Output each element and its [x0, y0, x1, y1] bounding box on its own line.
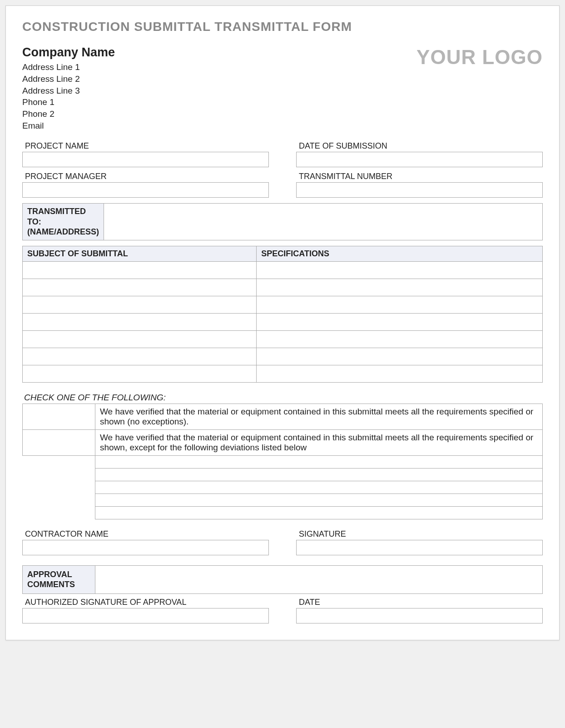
label-authorized-signature: AUTHORIZED SIGNATURE OF APPROVAL [22, 596, 269, 608]
field-date: DATE [296, 596, 543, 623]
company-phone-1: Phone 1 [22, 96, 115, 108]
field-project-manager: PROJECT MANAGER [22, 170, 269, 198]
company-block: Company Name Address Line 1 Address Line… [22, 44, 115, 131]
cell-approval-comments[interactable] [95, 565, 543, 593]
deviation-line[interactable] [95, 506, 543, 519]
company-address-3: Address Line 3 [22, 85, 115, 97]
logo-placeholder: YOUR LOGO [416, 46, 543, 69]
deviation-row [23, 455, 543, 468]
cell-specs[interactable] [257, 365, 543, 382]
label-contractor-name: CONTRACTOR NAME [22, 528, 269, 540]
cell-specs[interactable] [257, 330, 543, 348]
field-authorized-signature: AUTHORIZED SIGNATURE OF APPROVAL [22, 596, 269, 623]
cell-subject[interactable] [23, 330, 257, 348]
check-option-1: We have verified that the material or eq… [95, 404, 543, 429]
table-row [23, 330, 543, 348]
cell-subject[interactable] [23, 296, 257, 313]
table-row [23, 348, 543, 365]
label-date: DATE [296, 596, 543, 608]
check-option-2: We have verified that the material or eq… [95, 429, 543, 455]
cell-subject[interactable] [23, 365, 257, 382]
input-project-name[interactable] [22, 152, 269, 167]
cell-specs[interactable] [257, 313, 543, 330]
label-date-of-submission: DATE OF SUBMISSION [296, 140, 543, 152]
deviation-line[interactable] [95, 468, 543, 481]
input-transmittal-number[interactable] [296, 182, 543, 198]
table-row [23, 296, 543, 313]
deviation-row [23, 481, 543, 494]
cell-specs[interactable] [257, 348, 543, 365]
label-project-manager: PROJECT MANAGER [22, 170, 269, 182]
header-subject: SUBJECT OF SUBMITTAL [23, 246, 257, 261]
cell-subject[interactable] [23, 279, 257, 296]
row-project-date: PROJECT NAME DATE OF SUBMISSION [22, 140, 543, 167]
company-email: Email [22, 120, 115, 132]
check-table: We have verified that the material or eq… [22, 404, 543, 519]
company-name: Company Name [22, 44, 115, 60]
cell-specs[interactable] [257, 279, 543, 296]
cell-subject[interactable] [23, 313, 257, 330]
deviation-row [23, 468, 543, 481]
field-date-of-submission: DATE OF SUBMISSION [296, 140, 543, 167]
header-specs: SPECIFICATIONS [257, 246, 543, 261]
field-project-name: PROJECT NAME [22, 140, 269, 167]
form-title: CONSTRUCTION SUBMITTAL TRANSMITTAL FORM [22, 20, 543, 34]
company-address-2: Address Line 2 [22, 73, 115, 85]
cell-subject[interactable] [23, 261, 257, 279]
subject-table: SUBJECT OF SUBMITTAL SPECIFICATIONS [22, 246, 543, 383]
cell-specs[interactable] [257, 261, 543, 279]
deviation-line[interactable] [95, 494, 543, 506]
cell-transmitted-to[interactable] [104, 204, 543, 240]
table-row [23, 279, 543, 296]
field-transmittal-number: TRANSMITTAL NUMBER [296, 170, 543, 198]
cell-specs[interactable] [257, 296, 543, 313]
deviation-line[interactable] [95, 481, 543, 494]
check-cell-2[interactable] [23, 429, 95, 455]
header-row: Company Name Address Line 1 Address Line… [22, 44, 543, 131]
deviation-spacer [23, 506, 95, 519]
deviation-spacer [23, 494, 95, 506]
table-row [23, 365, 543, 382]
label-signature: SIGNATURE [296, 528, 543, 540]
approval-table: APPROVAL COMMENTS [22, 565, 543, 594]
table-row [23, 261, 543, 279]
input-date-of-submission[interactable] [296, 152, 543, 167]
input-contractor-name[interactable] [22, 540, 269, 555]
transmitted-to-table: TRANSMITTED TO: (NAME/ADDRESS) [22, 203, 543, 240]
deviation-line[interactable] [95, 455, 543, 468]
field-signature: SIGNATURE [296, 528, 543, 555]
row-contractor-signature: CONTRACTOR NAME SIGNATURE [22, 528, 543, 555]
input-date[interactable] [296, 608, 543, 623]
input-project-manager[interactable] [22, 182, 269, 198]
row-authsig-date: AUTHORIZED SIGNATURE OF APPROVAL DATE [22, 596, 543, 623]
field-contractor-name: CONTRACTOR NAME [22, 528, 269, 555]
table-row [23, 313, 543, 330]
label-project-name: PROJECT NAME [22, 140, 269, 152]
company-phone-2: Phone 2 [22, 108, 115, 120]
input-signature[interactable] [296, 540, 543, 555]
deviation-row [23, 494, 543, 506]
label-approval-comments: APPROVAL COMMENTS [23, 565, 95, 593]
cell-subject[interactable] [23, 348, 257, 365]
check-cell-1[interactable] [23, 404, 95, 429]
input-authorized-signature[interactable] [22, 608, 269, 623]
form-page: CONSTRUCTION SUBMITTAL TRANSMITTAL FORM … [5, 5, 560, 640]
deviation-spacer [23, 481, 95, 494]
deviation-spacer [23, 455, 95, 468]
company-address-1: Address Line 1 [22, 61, 115, 73]
row-manager-transmittal: PROJECT MANAGER TRANSMITTAL NUMBER [22, 170, 543, 198]
deviation-row [23, 506, 543, 519]
check-header: CHECK ONE OF THE FOLLOWING: [24, 393, 543, 403]
deviation-spacer [23, 468, 95, 481]
label-transmitted-to: TRANSMITTED TO: (NAME/ADDRESS) [23, 204, 104, 240]
label-transmittal-number: TRANSMITTAL NUMBER [296, 170, 543, 182]
